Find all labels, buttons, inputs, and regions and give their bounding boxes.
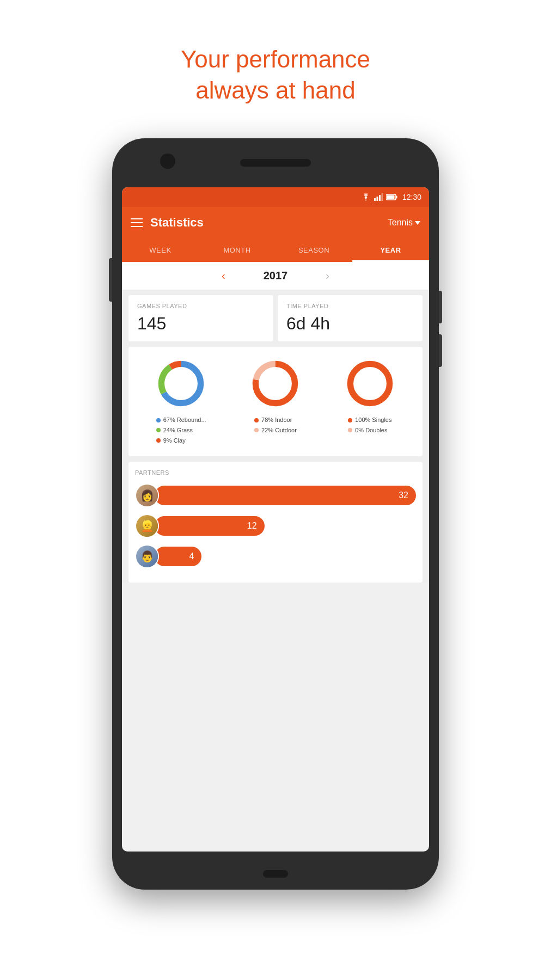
wifi-icon (361, 193, 371, 201)
games-played-label: GAMES PLAYED (137, 303, 265, 309)
svg-rect-3 (381, 193, 383, 201)
partners-section: PARTNERS 👩 32 👱 (128, 462, 423, 583)
sport-selector[interactable]: Tennis (388, 218, 420, 228)
tab-month[interactable]: MONTH (199, 238, 276, 262)
partners-label: PARTNERS (135, 469, 416, 476)
tab-year[interactable]: YEAR (352, 238, 429, 262)
svg-rect-5 (396, 196, 397, 199)
partner-row-3: 👨 4 (135, 544, 416, 568)
next-year-button[interactable]: › (320, 270, 335, 282)
headline: Your performance always at hand (181, 44, 370, 106)
partner-bar-3: 4 (155, 547, 201, 566)
games-played-card: GAMES PLAYED 145 (128, 295, 273, 341)
svg-rect-2 (379, 195, 381, 201)
partner-bar-1: 32 (155, 486, 416, 505)
signal-icon (374, 193, 383, 201)
location-legend: 78% Indoor 22% Outdoor (254, 415, 297, 435)
chevron-down-icon (415, 221, 420, 225)
phone-home (263, 870, 288, 878)
svg-rect-1 (376, 197, 378, 201)
battery-icon (386, 194, 398, 200)
type-legend: 100% Singles 0% Doubles (348, 415, 391, 435)
status-bar: 12:30 (122, 187, 429, 207)
type-chart: 100% Singles 0% Doubles (344, 358, 396, 435)
current-year: 2017 (264, 270, 288, 282)
app-title: Statistics (150, 216, 204, 230)
tab-season[interactable]: SEASON (276, 238, 352, 262)
games-played-value: 145 (137, 314, 265, 334)
time-played-card: TIME PLAYED 6d 4h (278, 295, 423, 341)
location-chart: 78% Indoor 22% Outdoor (249, 358, 301, 435)
phone-screen: 12:30 Statistics Tennis WEEK MONTH SEASO… (122, 187, 429, 852)
partner-row-2: 👱 12 (135, 514, 416, 538)
status-time: 12:30 (402, 193, 421, 201)
sport-label: Tennis (388, 218, 413, 228)
phone-btn-left (109, 258, 112, 302)
phone-wrapper: 12:30 Statistics Tennis WEEK MONTH SEASO… (112, 138, 439, 890)
phone-camera (160, 154, 175, 169)
svg-point-12 (350, 364, 389, 403)
tab-bar: WEEK MONTH SEASON YEAR (122, 238, 429, 262)
partner-row-1: 👩 32 (135, 483, 416, 507)
surface-chart: 67% Rebound... 24% Grass 9% Clay (155, 358, 207, 445)
hamburger-menu[interactable] (131, 218, 143, 227)
stats-cards-row: GAMES PLAYED 145 TIME PLAYED 6d 4h (122, 290, 429, 347)
partner-count-2: 12 (247, 521, 257, 531)
phone-btn-right1 (439, 291, 442, 323)
app-header: Statistics Tennis (122, 207, 429, 238)
phone-btn-right2 (439, 334, 442, 367)
year-navigator: ‹ 2017 › (122, 262, 429, 290)
partner-count-3: 4 (189, 552, 194, 561)
charts-section: 67% Rebound... 24% Grass 9% Clay (128, 347, 423, 456)
partner-count-1: 32 (399, 491, 408, 500)
svg-rect-0 (374, 198, 376, 201)
svg-rect-6 (387, 195, 394, 199)
partner-bar-2: 12 (155, 516, 265, 536)
surface-legend: 67% Rebound... 24% Grass 9% Clay (156, 415, 206, 445)
time-played-value: 6d 4h (286, 314, 414, 334)
time-played-label: TIME PLAYED (286, 303, 414, 309)
phone-speaker (240, 159, 311, 167)
tab-week[interactable]: WEEK (122, 238, 199, 262)
content-area: ‹ 2017 › GAMES PLAYED 145 TIME PLAYED 6d… (122, 262, 429, 583)
prev-year-button[interactable]: ‹ (216, 270, 231, 282)
